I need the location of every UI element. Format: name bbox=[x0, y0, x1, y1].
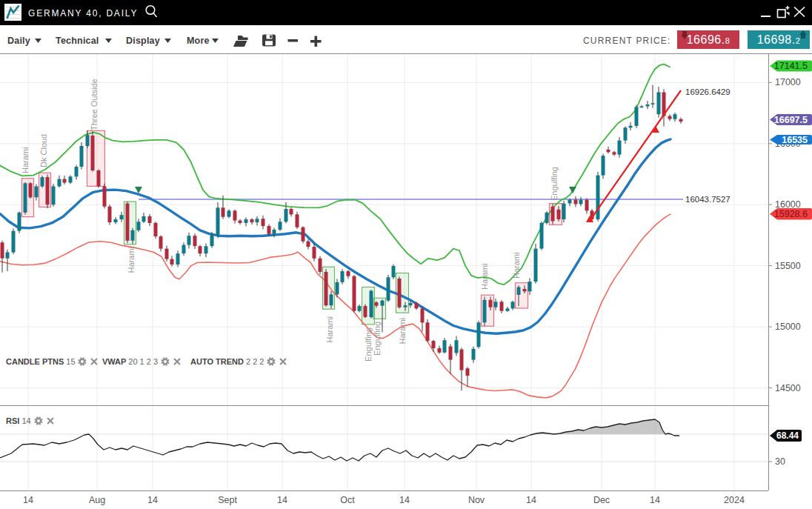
svg-text:Engulfing: Engulfing bbox=[550, 167, 559, 201]
svg-text:Dk Cloud: Dk Cloud bbox=[39, 134, 48, 167]
svg-text:AUTO TREND 2 2 2: AUTO TREND 2 2 2 bbox=[190, 357, 264, 366]
svg-text:16043.7527: 16043.7527 bbox=[685, 195, 731, 204]
svg-text:Technical: Technical bbox=[56, 36, 99, 46]
svg-text:14: 14 bbox=[526, 495, 536, 505]
svg-text:Harami: Harami bbox=[480, 264, 489, 290]
svg-text:Engulfing: Engulfing bbox=[373, 322, 382, 356]
svg-text:16926.6429: 16926.6429 bbox=[685, 87, 731, 96]
svg-text:CANDLE PTNS 15: CANDLE PTNS 15 bbox=[6, 357, 76, 366]
svg-text:CURRENT PRICE:: CURRENT PRICE: bbox=[583, 36, 671, 46]
svg-text:Sept: Sept bbox=[218, 495, 237, 505]
svg-text:17141.5: 17141.5 bbox=[774, 61, 808, 71]
svg-text:Harami: Harami bbox=[21, 147, 30, 173]
svg-text:Harami: Harami bbox=[325, 316, 334, 342]
svg-text:2024: 2024 bbox=[724, 495, 745, 505]
svg-text:16535: 16535 bbox=[782, 135, 808, 145]
svg-text:VWAP 20 1 2 3: VWAP 20 1 2 3 bbox=[102, 357, 158, 366]
svg-text:Daily: Daily bbox=[7, 36, 30, 46]
svg-text:Harami: Harami bbox=[127, 247, 136, 273]
svg-text:Dec: Dec bbox=[593, 495, 610, 505]
svg-text:17000: 17000 bbox=[775, 77, 801, 87]
svg-text:Harami: Harami bbox=[512, 253, 521, 279]
svg-text:30: 30 bbox=[775, 456, 785, 467]
svg-text:14: 14 bbox=[23, 495, 33, 505]
svg-text:68.44: 68.44 bbox=[776, 430, 799, 441]
svg-text:Engulfing: Engulfing bbox=[364, 327, 373, 362]
svg-text:14: 14 bbox=[277, 495, 287, 505]
svg-text:15000: 15000 bbox=[775, 322, 801, 332]
svg-text:15928.6: 15928.6 bbox=[774, 209, 808, 219]
svg-text:Oct: Oct bbox=[340, 495, 355, 505]
svg-text:14: 14 bbox=[147, 495, 158, 505]
svg-text:14: 14 bbox=[399, 495, 410, 505]
svg-text:GERMANY 40, DAILY: GERMANY 40, DAILY bbox=[28, 8, 138, 19]
svg-text:More: More bbox=[187, 36, 210, 46]
svg-text:16697.5: 16697.5 bbox=[774, 115, 808, 125]
svg-text:Harami: Harami bbox=[398, 318, 407, 344]
svg-text:14500: 14500 bbox=[775, 383, 801, 393]
svg-text:Display: Display bbox=[126, 36, 160, 46]
svg-text:Three Outside: Three Outside bbox=[90, 79, 99, 130]
svg-text:Aug: Aug bbox=[89, 495, 105, 505]
svg-text:Nov: Nov bbox=[468, 495, 485, 505]
svg-text:RSI 14: RSI 14 bbox=[6, 416, 31, 425]
svg-text:15500: 15500 bbox=[775, 261, 801, 271]
svg-text:14: 14 bbox=[650, 495, 660, 505]
